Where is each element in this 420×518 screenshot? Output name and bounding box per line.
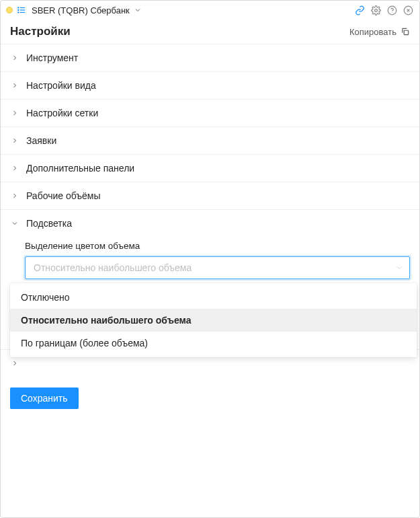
list-icon[interactable] <box>17 5 26 15</box>
section-instrument: Инструмент <box>1 44 419 71</box>
section-label: Настройки вида <box>26 80 96 91</box>
save-button[interactable]: Сохранить <box>10 387 79 409</box>
page-title: Настройки <box>10 25 71 38</box>
svg-rect-12 <box>404 30 408 34</box>
chevron-right-icon <box>10 192 19 200</box>
svg-point-6 <box>374 9 377 11</box>
field-label: Выделение цветом объема <box>25 241 410 251</box>
chevron-down-icon[interactable] <box>134 6 142 14</box>
copy-label: Копировать <box>349 27 396 37</box>
select-option[interactable]: Отключено <box>10 286 417 309</box>
close-icon[interactable] <box>402 4 414 16</box>
select-box[interactable]: Относительно наибольшего объема <box>25 256 410 279</box>
section-header[interactable]: Настройки вида <box>1 72 419 99</box>
section-orders: Заявки <box>1 126 419 154</box>
section-label: Инструмент <box>26 52 78 63</box>
section-label: Дополнительные панели <box>26 163 134 174</box>
help-icon[interactable] <box>386 4 398 16</box>
section-header[interactable]: Дополнительные панели <box>1 155 419 182</box>
select-option[interactable]: По границам (более объема) <box>10 332 417 355</box>
section-header[interactable]: Настройки сетки <box>1 100 419 126</box>
section-label: Подсветка <box>26 218 72 229</box>
section-additional-panels: Дополнительные панели <box>1 154 419 182</box>
titlebar: SBER (TQBR) Сбербанк <box>1 1 419 20</box>
select-option[interactable]: Относительно наибольшего объема <box>10 309 417 332</box>
status-dot-icon <box>6 7 13 13</box>
settings-window: SBER (TQBR) Сбербанк Настройки Копироват… <box>0 0 420 518</box>
chevron-down-icon <box>10 219 19 227</box>
svg-point-3 <box>18 7 19 8</box>
select-value: Относительно наибольшего объема <box>34 262 192 273</box>
section-working-volumes: Рабочие объёмы <box>1 182 419 209</box>
page-header: Настройки Копировать <box>1 20 419 44</box>
instrument-title[interactable]: SBER (TQBR) Сбербанк <box>32 5 130 15</box>
chevron-right-icon <box>10 54 19 62</box>
section-label: Настройки сетки <box>26 108 98 118</box>
copy-button[interactable]: Копировать <box>349 27 410 37</box>
section-header[interactable]: Инструмент <box>1 44 419 71</box>
chevron-right-icon <box>10 109 19 117</box>
chevron-right-icon <box>10 81 19 89</box>
section-label: Рабочие объёмы <box>26 190 101 201</box>
chevron-right-icon <box>10 359 19 367</box>
chevron-down-icon <box>395 264 403 272</box>
gear-icon[interactable] <box>370 4 382 16</box>
section-header[interactable]: Подсветка <box>1 210 419 237</box>
section-body: Выделение цветом объема Относительно наи… <box>1 237 419 289</box>
copy-icon <box>401 27 410 36</box>
sections-list: Инструмент Настройки вида Настройки сетк… <box>1 44 419 378</box>
svg-point-4 <box>18 9 19 10</box>
section-label: Заявки <box>26 135 56 146</box>
section-view-settings: Настройки вида <box>1 71 419 99</box>
link-icon[interactable] <box>353 4 366 16</box>
section-grid-settings: Настройки сетки <box>1 99 419 126</box>
section-highlight: Подсветка Выделение цветом объема Относи… <box>1 209 419 289</box>
select-dropdown: Отключено Относительно наибольшего объем… <box>10 283 417 357</box>
svg-point-5 <box>18 12 19 13</box>
section-header[interactable]: Рабочие объёмы <box>1 182 419 209</box>
chevron-right-icon <box>10 137 19 145</box>
section-header[interactable]: Заявки <box>1 127 419 154</box>
volume-highlight-select[interactable]: Относительно наибольшего объема Отключен… <box>25 256 410 279</box>
chevron-right-icon <box>10 164 19 172</box>
